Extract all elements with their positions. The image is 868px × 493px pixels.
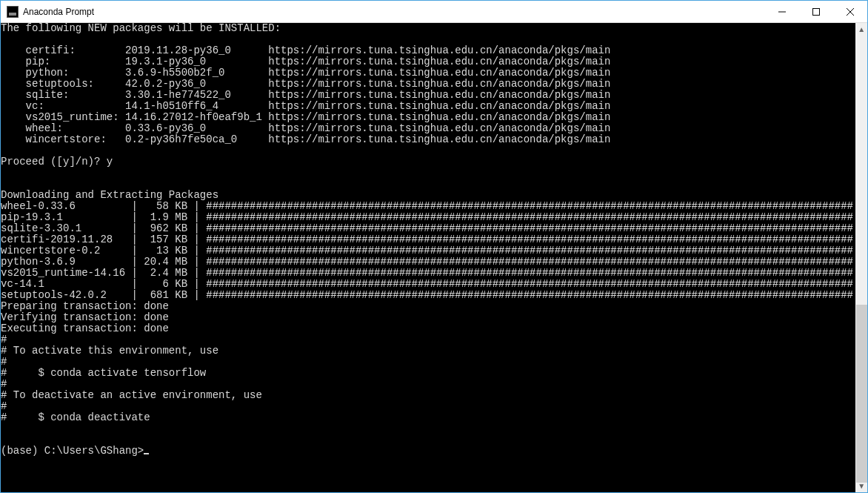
titlebar[interactable]: Anaconda Prompt [1, 1, 867, 23]
window: Anaconda Prompt The following NEW packag… [0, 0, 868, 493]
app-icon [7, 6, 19, 18]
close-button[interactable] [833, 1, 867, 23]
scroll-thumb[interactable] [856, 305, 867, 483]
minimize-button[interactable] [765, 1, 799, 23]
window-title: Anaconda Prompt [23, 7, 94, 17]
maximize-button[interactable] [799, 1, 833, 23]
scroll-down-button[interactable]: ▼ [855, 480, 868, 492]
scroll-up-button[interactable]: ▲ [855, 23, 868, 36]
client-area: The following NEW packages will be INSTA… [1, 23, 867, 492]
scrollbar[interactable]: ▲ ▼ [855, 23, 867, 492]
svg-rect-1 [813, 8, 820, 15]
cursor [144, 453, 149, 454]
prompt: (base) C:\Users\GShang> [1, 445, 144, 457]
terminal-output[interactable]: The following NEW packages will be INSTA… [1, 23, 855, 492]
